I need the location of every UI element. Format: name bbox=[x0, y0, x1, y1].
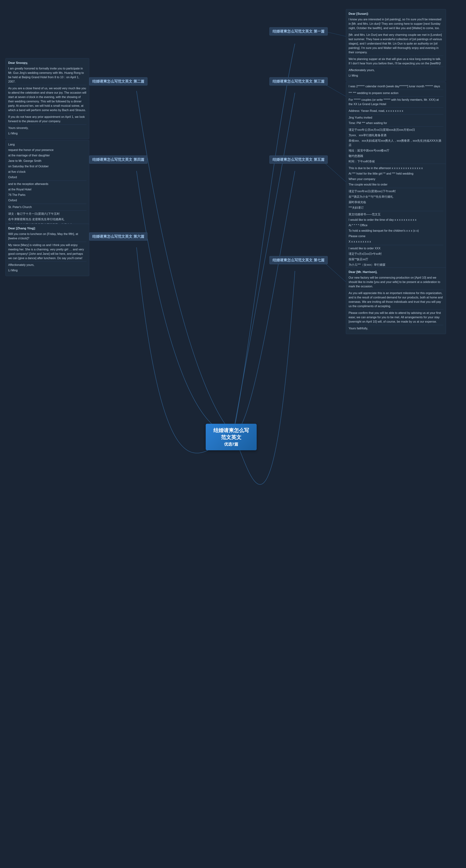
card-2: Dear Snoopy, I am greatly honored to for… bbox=[5, 58, 89, 139]
center-title: 结婚请柬怎么写范文英文 bbox=[211, 427, 251, 441]
card-1: Dear [Susan]: I know you are interested … bbox=[346, 9, 446, 81]
card-4: Lang request the honor of your presence … bbox=[5, 140, 89, 236]
branch-label-6: 结婚请柬怎么写范文英文 第六篇 bbox=[89, 232, 147, 241]
center-subtitle: 优选7篇 bbox=[211, 441, 251, 447]
branch-label-7: 结婚请柬怎么写范文英文 第七篇 bbox=[269, 256, 328, 264]
card-7: Dear [Mr. Harrison], Our new factory wil… bbox=[346, 267, 446, 334]
branch-label-3: 结婚请柬怎么写范文英文 第三篇 bbox=[269, 77, 328, 86]
branch-label-1: 结婚请柬怎么写范文英文 第一篇 bbox=[269, 27, 328, 35]
branch-label-2: 结婚请柬怎么写范文英文 第二篇 bbox=[89, 77, 147, 86]
branch-label-4: 结婚请柬怎么写范文英文 第四篇 bbox=[89, 155, 147, 164]
card-6: Dear [Zhang Ying]: Will you come to lunc… bbox=[5, 224, 89, 276]
branch-label-5: 结婚请柬怎么写范文英文 第五篇 bbox=[269, 155, 328, 164]
card-3: I was 2****** calendar month [week day**… bbox=[346, 82, 446, 167]
center-node: 结婚请柬怎么写范文英文 优选7篇 bbox=[206, 424, 257, 450]
